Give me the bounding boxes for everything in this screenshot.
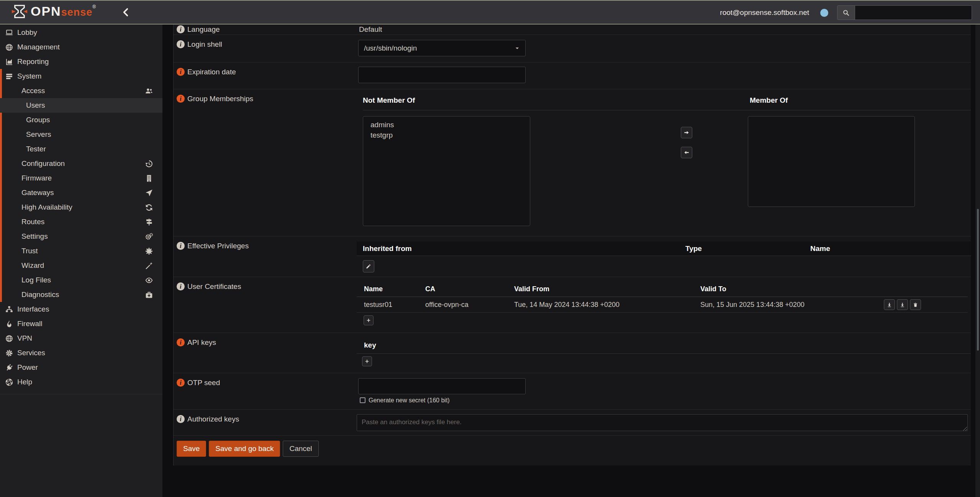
opnsense-logo[interactable]: OPN sense ® <box>11 3 96 21</box>
sidebar-item-label: High Availability <box>21 203 72 212</box>
sidebar-item-system[interactable]: System <box>0 69 162 84</box>
cert-name: testusr01 <box>357 297 418 312</box>
member-of-listbox[interactable] <box>748 116 915 207</box>
download-key-button[interactable] <box>897 299 908 310</box>
sidebar-item-configuration[interactable]: Configuration <box>0 156 162 171</box>
sidebar-item-firewall[interactable]: Firewall <box>0 317 162 331</box>
sitemap-icon <box>5 305 14 313</box>
collapse-sidebar-icon[interactable] <box>121 7 131 17</box>
sidebar-item-reporting[interactable]: Reporting <box>0 54 162 69</box>
delete-certificate-button[interactable] <box>910 299 921 310</box>
login-shell-value: /usr/sbin/nologin <box>364 44 515 52</box>
not-member-of-header: Not Member Of <box>363 96 415 105</box>
sidebar-item-interfaces[interactable]: Interfaces <box>0 302 162 317</box>
scrollbar-thumb[interactable] <box>977 209 979 351</box>
group-option-testgrp[interactable]: testgrp <box>363 130 530 140</box>
status-dot <box>820 9 828 17</box>
add-group-button[interactable] <box>681 127 692 138</box>
sidebar-item-label: Servers <box>26 130 51 139</box>
form-row-effective-privileges: iEffective Privileges Inherited from Typ… <box>174 236 971 277</box>
add-certificate-button[interactable] <box>364 315 374 325</box>
sidebar-item-label: Tester <box>26 145 46 153</box>
member-of-header: Member Of <box>750 96 788 105</box>
sidebar-item-wizard[interactable]: Wizard <box>0 258 162 273</box>
medkit-icon <box>144 291 154 299</box>
sidebar-item-services[interactable]: Services <box>0 346 162 360</box>
topbar-right: root@opnsense.softbox.net <box>720 1 972 25</box>
sidebar-item-diagnostics[interactable]: Diagnostics <box>0 287 162 302</box>
sidebar-item-vpn[interactable]: VPN <box>0 331 162 346</box>
info-icon[interactable]: i <box>177 379 185 387</box>
cert-actions <box>877 297 968 312</box>
fire-icon <box>5 320 14 328</box>
sidebar-item-servers[interactable]: Servers <box>0 127 162 142</box>
info-icon[interactable]: i <box>177 25 185 33</box>
globe-icon <box>5 43 14 51</box>
location-arrow-icon <box>144 189 154 197</box>
api-keys-divider <box>357 353 971 354</box>
sidebar-item-firmware[interactable]: Firmware <box>0 171 162 185</box>
info-icon[interactable]: i <box>177 242 185 250</box>
col-name: Name <box>810 244 830 253</box>
info-icon[interactable]: i <box>177 415 185 423</box>
download-certificate-button[interactable] <box>884 299 895 310</box>
cancel-button[interactable]: Cancel <box>283 441 318 457</box>
cert-valid-from: Tue, 14 May 2024 13:44:38 +0200 <box>507 297 693 312</box>
generate-secret-label[interactable]: Generate new secret (160 bit) <box>369 397 450 404</box>
field-label: Group Memberships <box>187 95 253 103</box>
download-icon <box>900 302 905 307</box>
sidebar-item-users[interactable]: Users <box>0 98 162 113</box>
sidebar-item-label: System <box>17 72 41 80</box>
expiration-date-input[interactable] <box>358 67 526 83</box>
login-shell-select[interactable]: /usr/sbin/nologin <box>358 40 526 56</box>
info-icon[interactable]: i <box>177 338 185 346</box>
info-icon[interactable]: i <box>177 282 185 290</box>
gear-icon <box>5 349 14 357</box>
save-and-go-back-button[interactable]: Save and go back <box>209 441 280 457</box>
global-search <box>837 5 972 20</box>
remove-group-button[interactable] <box>681 147 692 158</box>
magic-wand-icon <box>144 262 154 270</box>
search-addon <box>837 6 855 20</box>
col-inherited-from: Inherited from <box>363 244 412 253</box>
building-icon <box>144 174 154 182</box>
search-input[interactable] <box>855 6 972 20</box>
sidebar-item-trust[interactable]: Trust <box>0 244 162 258</box>
field-label: API keys <box>187 338 216 347</box>
sidebar-item-power[interactable]: Power <box>0 360 162 375</box>
sidebar-item-label: Help <box>17 378 32 386</box>
globe-icon <box>5 335 14 343</box>
life-ring-icon <box>5 378 14 386</box>
field-label: User Certificates <box>187 282 241 291</box>
sidebar-item-label: Management <box>17 43 60 51</box>
sidebar-item-high-availability[interactable]: High Availability <box>0 200 162 215</box>
sidebar-item-routes[interactable]: Routes <box>0 215 162 229</box>
sidebar-item-label: Interfaces <box>17 305 49 313</box>
sidebar-item-settings[interactable]: Settings <box>0 229 162 244</box>
sidebar-item-label: Settings <box>21 232 48 241</box>
sidebar-item-log-files[interactable]: Log Files <box>0 273 162 287</box>
authorized-keys-textarea[interactable] <box>357 414 968 431</box>
plus-icon <box>366 318 371 323</box>
sidebar-item-tester[interactable]: Tester <box>0 142 162 156</box>
sidebar-item-groups[interactable]: Groups <box>0 113 162 127</box>
sidebar-item-help[interactable]: Help <box>0 375 162 389</box>
brand-registered: ® <box>92 3 96 11</box>
add-api-key-button[interactable] <box>362 356 372 366</box>
sidebar-item-gateways[interactable]: Gateways <box>0 185 162 200</box>
sidebar-item-management[interactable]: Management <box>0 40 162 54</box>
field-label: Login shell <box>187 40 222 49</box>
info-icon[interactable]: i <box>177 95 185 103</box>
save-button[interactable]: Save <box>177 441 206 457</box>
info-icon[interactable]: i <box>177 68 185 76</box>
plug-icon <box>5 364 14 372</box>
group-option-admins[interactable]: admins <box>363 120 530 130</box>
otp-seed-input[interactable] <box>358 378 526 394</box>
edit-privileges-button[interactable] <box>363 260 374 272</box>
generate-secret-checkbox[interactable] <box>360 397 365 403</box>
info-icon[interactable]: i <box>177 40 185 48</box>
sidebar-item-access[interactable]: Access <box>0 84 162 98</box>
sidebar-item-label: Diagnostics <box>21 290 59 299</box>
sidebar-item-lobby[interactable]: Lobby <box>0 25 162 40</box>
not-member-of-listbox[interactable]: admins testgrp <box>363 116 530 226</box>
